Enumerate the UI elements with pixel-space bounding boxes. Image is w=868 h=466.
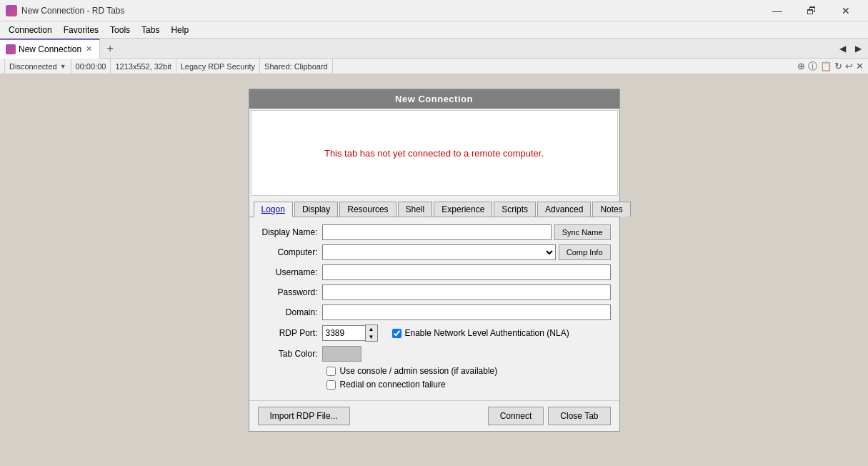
computer-select[interactable] bbox=[322, 244, 556, 260]
tab-bar-left: New Connection ✕ + bbox=[0, 39, 832, 59]
connection-status[interactable]: Disconnected ▼ bbox=[4, 59, 71, 74]
tab-label: New Connection bbox=[19, 44, 81, 54]
window-title: New Connection - RD Tabs bbox=[21, 6, 125, 16]
computer-group: Comp Info bbox=[322, 244, 611, 260]
resolution-info: 1213x552, 32bit bbox=[111, 59, 176, 74]
tab-color-picker[interactable] bbox=[322, 346, 361, 362]
console-label: Use console / admin session (if availabl… bbox=[340, 366, 498, 376]
password-row: Password: bbox=[258, 284, 611, 300]
tab-bar-right: ◀ ▶ bbox=[832, 41, 868, 56]
close-tab-button[interactable]: Close Tab bbox=[548, 407, 610, 425]
new-tab-button[interactable]: + bbox=[100, 39, 120, 59]
title-bar: New Connection - RD Tabs — 🗗 ✕ bbox=[0, 0, 868, 21]
connection-form: Display Name: Sync Name Computer: Comp I… bbox=[249, 217, 619, 400]
redial-checkbox[interactable] bbox=[326, 380, 336, 390]
display-name-group: Sync Name bbox=[322, 224, 611, 240]
tab-notes[interactable]: Notes bbox=[592, 202, 630, 217]
status-icon-info[interactable]: ⓘ bbox=[808, 60, 817, 73]
menu-tools[interactable]: Tools bbox=[104, 24, 136, 36]
tab-color-row: Tab Color: bbox=[258, 346, 611, 362]
placeholder-message: This tab has not yet connected to a remo… bbox=[251, 110, 618, 196]
comp-info-button[interactable]: Comp Info bbox=[559, 244, 611, 260]
panel-header: New Connection bbox=[249, 89, 619, 109]
rdp-port-label: RDP Port: bbox=[258, 328, 322, 338]
tab-scroll-right[interactable]: ▶ bbox=[851, 41, 865, 56]
status-bar-actions: ⊕ ⓘ 📋 ↻ ↩ ✕ bbox=[797, 60, 864, 73]
panel-bottom-right: Connect Close Tab bbox=[488, 407, 611, 425]
rdp-port-input[interactable] bbox=[322, 325, 365, 341]
tab-close-button[interactable]: ✕ bbox=[84, 44, 94, 54]
rdp-port-row: RDP Port: ▲ ▼ Enable Network Level Authe… bbox=[258, 324, 611, 342]
connect-button[interactable]: Connect bbox=[488, 407, 544, 425]
status-icon-back[interactable]: ↩ bbox=[845, 61, 853, 71]
menu-connection[interactable]: Connection bbox=[3, 24, 58, 36]
display-name-label: Display Name: bbox=[258, 227, 322, 237]
restore-button[interactable]: 🗗 bbox=[795, 1, 828, 21]
status-bar: Disconnected ▼ 00:00:00 1213x552, 32bit … bbox=[0, 59, 868, 74]
tab-resources[interactable]: Resources bbox=[339, 202, 396, 217]
minimize-button[interactable]: — bbox=[761, 1, 794, 21]
menu-bar: Connection Favorites Tools Tabs Help bbox=[0, 21, 868, 39]
sync-name-button[interactable]: Sync Name bbox=[554, 224, 611, 240]
nla-label: Enable Network Level Authentication (NLA… bbox=[405, 328, 569, 338]
username-label: Username: bbox=[258, 267, 322, 277]
tab-bar: New Connection ✕ + ◀ ▶ bbox=[0, 39, 868, 59]
tab-icon bbox=[6, 44, 16, 54]
tab-advanced[interactable]: Advanced bbox=[537, 202, 591, 217]
main-content: New Connection This tab has not yet conn… bbox=[0, 74, 868, 466]
tab-scroll-left[interactable]: ◀ bbox=[835, 41, 849, 56]
import-rdp-button[interactable]: Import RDP File... bbox=[258, 407, 350, 425]
connection-tabs: Logon Display Resources Shell Experience… bbox=[249, 197, 619, 217]
tab-color-label: Tab Color: bbox=[258, 349, 322, 359]
menu-favorites[interactable]: Favorites bbox=[58, 24, 104, 36]
display-name-input[interactable] bbox=[322, 224, 552, 240]
tab-display[interactable]: Display bbox=[294, 202, 338, 217]
username-row: Username: bbox=[258, 264, 611, 280]
rdp-port-up[interactable]: ▲ bbox=[366, 325, 377, 333]
console-checkbox[interactable] bbox=[326, 367, 336, 376]
security-info: Legacy RDP Security bbox=[176, 59, 260, 74]
nla-checkbox[interactable] bbox=[392, 329, 401, 338]
tab-new-connection[interactable]: New Connection ✕ bbox=[0, 39, 100, 59]
title-bar-controls: — 🗗 ✕ bbox=[761, 1, 862, 21]
rdp-port-spinner: ▲ ▼ bbox=[365, 324, 378, 342]
tab-color-group bbox=[322, 346, 361, 362]
tab-logon[interactable]: Logon bbox=[254, 202, 293, 217]
status-dropdown-icon: ▼ bbox=[60, 63, 66, 70]
redial-row: Redial on connection failure bbox=[326, 380, 611, 390]
display-name-row: Display Name: Sync Name bbox=[258, 224, 611, 240]
computer-row: Computer: Comp Info bbox=[258, 244, 611, 260]
tab-shell[interactable]: Shell bbox=[398, 202, 433, 217]
session-time: 00:00:00 bbox=[71, 59, 111, 74]
status-icon-refresh[interactable]: ↻ bbox=[834, 61, 842, 71]
redial-label: Redial on connection failure bbox=[340, 380, 446, 390]
app-icon bbox=[6, 5, 17, 16]
password-label: Password: bbox=[258, 287, 322, 297]
close-button[interactable]: ✕ bbox=[829, 1, 862, 21]
menu-help[interactable]: Help bbox=[165, 24, 194, 36]
rdp-port-group: ▲ ▼ Enable Network Level Authentication … bbox=[322, 324, 569, 342]
status-icon-pin[interactable]: ⊕ bbox=[797, 61, 805, 71]
clipboard-info: Shared: Clipboard bbox=[260, 59, 333, 74]
computer-label: Computer: bbox=[258, 247, 322, 257]
rdp-port-down[interactable]: ▼ bbox=[366, 333, 377, 341]
status-icon-clipboard[interactable]: 📋 bbox=[820, 61, 832, 71]
menu-tabs[interactable]: Tabs bbox=[136, 24, 165, 36]
console-row: Use console / admin session (if availabl… bbox=[326, 366, 611, 376]
tab-scripts[interactable]: Scripts bbox=[494, 202, 536, 217]
password-input[interactable] bbox=[322, 284, 611, 300]
domain-input[interactable] bbox=[322, 304, 611, 320]
nla-option: Enable Network Level Authentication (NLA… bbox=[392, 328, 569, 338]
domain-label: Domain: bbox=[258, 307, 322, 317]
connection-panel: New Connection This tab has not yet conn… bbox=[249, 89, 620, 432]
tab-experience[interactable]: Experience bbox=[434, 202, 492, 217]
username-input[interactable] bbox=[322, 264, 611, 280]
disconnected-label: Disconnected bbox=[9, 62, 57, 71]
panel-bottom: Import RDP File... Connect Close Tab bbox=[249, 400, 619, 431]
status-icon-close[interactable]: ✕ bbox=[856, 61, 864, 71]
domain-row: Domain: bbox=[258, 304, 611, 320]
title-bar-left: New Connection - RD Tabs bbox=[6, 5, 125, 16]
